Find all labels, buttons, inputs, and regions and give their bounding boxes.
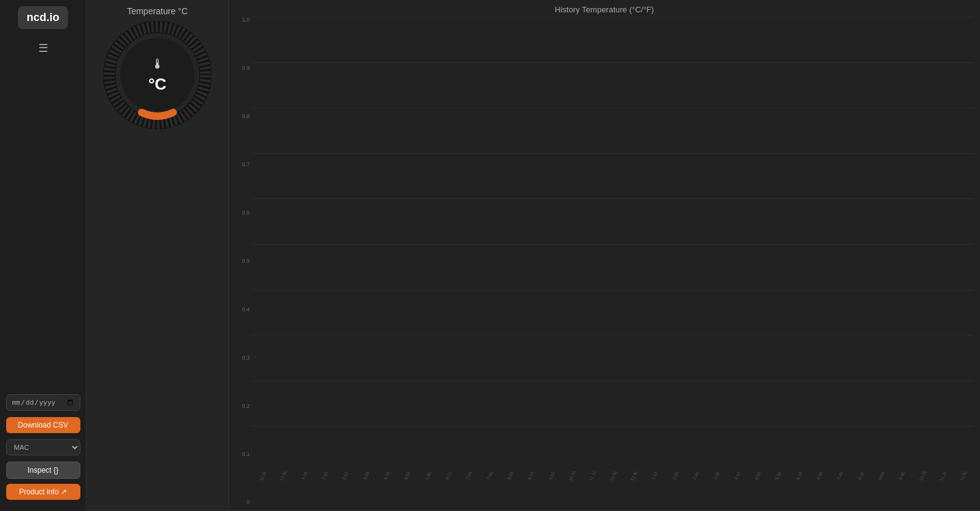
grid-line: [252, 335, 974, 336]
product-info-button[interactable]: Product info ↗: [6, 484, 80, 500]
x-label-item: 4:16 AM: [376, 471, 396, 505]
grid-line: [252, 381, 974, 381]
x-label-item: 11:52 PM: [953, 471, 974, 505]
x-label-item: 2:52 AM: [334, 471, 355, 505]
grid-line: [252, 153, 974, 154]
grid-line: [252, 62, 974, 63]
date-input-group: [6, 394, 80, 411]
x-label-item: 4:10 PM: [726, 471, 747, 505]
x-label-item: 11:16 AM: [582, 471, 603, 505]
history-temp-grid-container: 12:00 AM 12:46 AM 1:28 AM 2:10 AM 2:52 A…: [252, 17, 974, 505]
grid-line: [252, 290, 974, 290]
x-label-item: 8:28 AM: [500, 471, 520, 505]
menu-icon[interactable]: ☰: [38, 41, 48, 55]
x-label-item: 6:58 PM: [809, 471, 829, 505]
x-label-item: 8:22 PM: [850, 471, 871, 505]
x-label-item: 5:34 PM: [768, 471, 788, 505]
x-label-item: 3:34 AM: [356, 471, 376, 505]
x-label-item: 7:40 PM: [830, 471, 850, 505]
x-label-item: 6:22 AM: [438, 471, 458, 505]
product-info-label: Product info ↗: [19, 488, 67, 496]
date-input[interactable]: [6, 394, 80, 411]
x-label-item: 6:16 PM: [788, 471, 809, 505]
x-label-item: 12:00 AM: [252, 471, 273, 505]
history-temp-y-axis: 1.0 0.9 0.8 0.7 0.6 0.5 0.4 0.3 0.2 0.1 …: [235, 17, 252, 505]
x-label-item: 2:10 AM: [314, 471, 334, 505]
x-label-item: 10:28 PM: [912, 471, 932, 505]
x-label-item: 9:10 AM: [520, 471, 540, 505]
x-label-item: 3:28 PM: [706, 471, 726, 505]
logo-text: ncd.io: [27, 11, 59, 23]
x-label-item: 5:40 AM: [417, 471, 438, 505]
main-content: Temperature °C 🌡 °C: [87, 0, 980, 511]
grid-line: [252, 198, 974, 199]
x-label-item: 9:04 PM: [871, 471, 891, 505]
history-temp-panel: History Temperature (°C/°F) 1.0 0.9 0.8 …: [229, 0, 980, 510]
x-label-item: 7:04 AM: [458, 471, 479, 505]
logo: ncd.io: [18, 6, 68, 29]
x-label-item: 4:58 AM: [396, 471, 417, 505]
x-label-item: 10:34 AM: [561, 471, 582, 505]
x-label-item: 1:28 AM: [294, 471, 314, 505]
inspect-label: Inspect {}: [27, 466, 58, 475]
x-label-item: 11:58 AM: [603, 471, 623, 505]
history-temp-grid: [252, 17, 974, 471]
temp-c-title: Temperature °C: [127, 6, 187, 16]
top-row: Temperature °C 🌡 °C: [87, 0, 980, 511]
grid-line: [252, 244, 974, 245]
x-label-item: 9:52 AM: [541, 471, 561, 505]
x-label-item: 4:52 PM: [747, 471, 767, 505]
grid-line: [252, 108, 974, 108]
download-csv-button[interactable]: Download CSV: [6, 417, 80, 433]
x-label-item: 2:04 PM: [665, 471, 685, 505]
x-label-item: 7:46 AM: [479, 471, 500, 505]
temp-c-panel: Temperature °C 🌡 °C: [87, 0, 229, 510]
x-label-item: 2:46 PM: [685, 471, 705, 505]
x-label-item: 9:46 PM: [892, 471, 912, 505]
mac-select[interactable]: MAC: [6, 439, 80, 455]
x-label-item: 1:22 PM: [644, 471, 665, 505]
temp-c-gauge: 🌡 °C: [103, 21, 211, 129]
history-temp-x-labels: 12:00 AM 12:46 AM 1:28 AM 2:10 AM 2:52 A…: [252, 471, 974, 505]
grid-line: [252, 426, 974, 426]
svg-point-2: [121, 38, 195, 112]
x-label-item: 12:40 PM: [623, 471, 644, 505]
sidebar: ncd.io ☰ Download CSV MAC Inspect {} Pro…: [0, 0, 87, 511]
x-label-item: 12:46 AM: [273, 471, 293, 505]
history-temp-chart-area: 1.0 0.9 0.8 0.7 0.6 0.5 0.4 0.3 0.2 0.1 …: [235, 17, 974, 505]
history-temp-title: History Temperature (°C/°F): [235, 5, 974, 14]
grid-line: [252, 17, 974, 17]
x-label-item: 11:10 PM: [932, 471, 953, 505]
inspect-button[interactable]: Inspect {}: [6, 462, 80, 479]
